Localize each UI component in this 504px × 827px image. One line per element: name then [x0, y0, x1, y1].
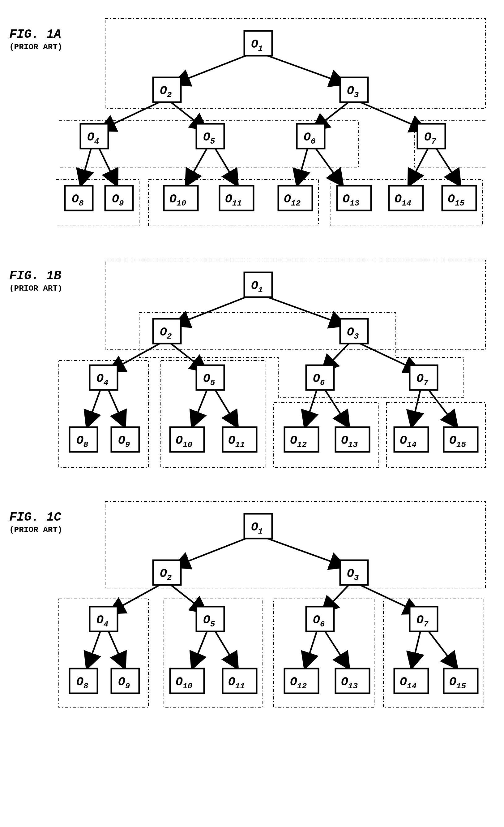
node-o10: O10: [170, 669, 204, 693]
node-o12: O12: [278, 186, 312, 210]
node-o2: O2: [153, 560, 181, 585]
node-o12: O12: [284, 669, 319, 693]
node-o7: O7: [410, 606, 438, 631]
svg-line-11: [185, 148, 207, 186]
node-o14: O14: [389, 186, 423, 210]
node-o2: O2: [153, 78, 181, 102]
svg-line-108: [108, 631, 125, 669]
figure-title: FIG. 1A (PRIOR ART): [9, 28, 62, 52]
node-o9: O9: [105, 186, 133, 210]
svg-line-114: [428, 631, 458, 669]
node-o7: O7: [417, 124, 445, 149]
node-o3: O3: [340, 319, 368, 344]
node-o13: O13: [335, 427, 370, 452]
node-o5: O5: [197, 124, 224, 149]
svg-line-61: [215, 389, 238, 428]
node-o11: O11: [220, 186, 254, 210]
node-o8: O8: [69, 427, 97, 452]
figure-subtitle: (PRIOR ART): [9, 526, 62, 535]
svg-line-12: [215, 148, 238, 186]
node-o10: O10: [164, 186, 198, 210]
node-o13: O13: [337, 186, 371, 210]
svg-line-65: [428, 389, 458, 428]
node-o6: O6: [306, 606, 334, 631]
figure-label: FIG. 1B: [9, 269, 61, 283]
node-o3: O3: [340, 560, 368, 585]
node-o6: O6: [297, 124, 325, 149]
svg-line-59: [108, 389, 125, 428]
figure-1c: FIG. 1C (PRIOR ART) O1 O2 O3: [9, 492, 495, 715]
node-o7: O7: [410, 365, 438, 390]
node-o3: O3: [340, 78, 368, 102]
svg-line-112: [325, 631, 349, 669]
svg-line-107: [87, 631, 101, 669]
node-o15: O15: [444, 669, 478, 693]
node-o5: O5: [197, 365, 224, 390]
node-o9: O9: [111, 669, 139, 693]
node-o4: O4: [80, 124, 108, 149]
node-o1: O1: [244, 514, 272, 539]
node-o6: O6: [306, 365, 334, 390]
node-o13: O13: [335, 669, 370, 693]
svg-line-113: [411, 631, 421, 669]
node-o4: O4: [90, 606, 117, 631]
svg-line-110: [215, 631, 238, 669]
node-o1: O1: [244, 31, 272, 56]
tree-diagram-b: O1 O2 O3 O4 O5 O6 O7 O8 O9 O10 O11 O12 O…: [9, 251, 495, 474]
svg-line-63: [325, 389, 349, 428]
svg-line-3: [173, 55, 247, 84]
figure-label: FIG. 1C: [9, 510, 61, 524]
node-o11: O11: [223, 669, 257, 693]
node-o5: O5: [197, 606, 224, 631]
svg-line-4: [266, 55, 346, 84]
svg-line-13: [297, 148, 307, 186]
figure-1b: FIG. 1B (PRIOR ART) O1 O2: [9, 251, 495, 474]
svg-line-58: [87, 389, 101, 428]
node-o14: O14: [394, 427, 428, 452]
figure-title: FIG. 1C (PRIOR ART): [9, 511, 62, 535]
node-o11: O11: [223, 427, 257, 452]
svg-line-60: [192, 389, 207, 428]
node-o4: O4: [90, 365, 117, 390]
node-o1: O1: [244, 272, 272, 297]
svg-line-15: [408, 148, 428, 186]
svg-line-64: [411, 389, 421, 428]
svg-line-62: [304, 389, 317, 428]
node-o15: O15: [442, 186, 476, 210]
figure-subtitle: (PRIOR ART): [9, 284, 62, 293]
node-o14: O14: [394, 669, 428, 693]
svg-line-8: [359, 101, 427, 131]
node-o10: O10: [170, 427, 204, 452]
tree-diagram-a: O1 O2 O3 O4 O5 O6 O7 O8 O9 O10 O11 O12 O…: [9, 9, 495, 232]
figure-label: FIG. 1A: [9, 28, 61, 42]
svg-line-102: [266, 538, 346, 567]
svg-line-52: [173, 296, 247, 326]
figure-title: FIG. 1B (PRIOR ART): [9, 269, 62, 293]
node-o9: O9: [111, 427, 139, 452]
svg-line-53: [266, 296, 346, 326]
svg-line-101: [173, 538, 247, 567]
tree-diagram-c: O1 O2 O3 O4 O5 O6 O7 O8 O9 O10 O11 O12 O…: [9, 492, 495, 715]
node-o15: O15: [444, 427, 478, 452]
node-o8: O8: [65, 186, 93, 210]
figure-1a: FIG. 1A (PRIOR ART) O1 O2 O: [9, 9, 495, 232]
node-o2: O2: [153, 319, 181, 344]
node-o8: O8: [69, 669, 97, 693]
node-o12: O12: [284, 427, 319, 452]
svg-line-109: [192, 631, 207, 669]
figure-subtitle: (PRIOR ART): [9, 43, 62, 52]
svg-line-9: [80, 148, 91, 186]
svg-line-111: [304, 631, 317, 669]
